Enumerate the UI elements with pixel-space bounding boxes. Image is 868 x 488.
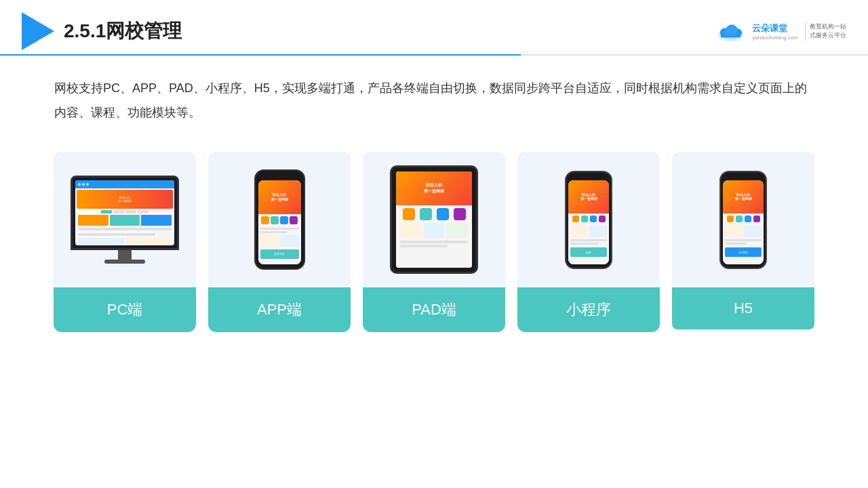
- header-divider: [0, 54, 868, 56]
- cards-container: 职达人的第一堂网课: [0, 125, 868, 332]
- brand-en-text: yunduoketang.com: [752, 35, 798, 41]
- brand-logo: 云朵课堂 yunduoketang.com 教育机构一站 式服务云平台: [714, 20, 846, 43]
- phone-miniprogram-icon: 职达人的第一堂网课: [565, 171, 612, 269]
- svg-point-7: [723, 28, 730, 35]
- card-h5-image: 职达人的第一堂网课: [672, 152, 814, 287]
- card-miniprogram: 职达人的第一堂网课: [517, 152, 660, 332]
- phone-app-icon: 职达人的第一堂网课: [254, 169, 305, 270]
- header-left: 2.5.1网校管理: [22, 12, 182, 50]
- card-pad-label: PAD端: [363, 287, 505, 332]
- pad-icon: 职达人的第一堂网课: [390, 165, 478, 274]
- card-h5-label: H5: [672, 287, 814, 329]
- header: 2.5.1网校管理 云朵课堂 yunduoketang.com 教育机构一站 式…: [0, 0, 868, 50]
- logo-icon: [22, 12, 54, 50]
- pc-monitor-icon: 职达人的第一堂网课: [71, 176, 179, 264]
- card-app: 职达人的第一堂网课: [208, 152, 351, 332]
- phone-h5-icon: 职达人的第一堂网课: [719, 171, 767, 269]
- card-pc: 职达人的第一堂网课: [54, 152, 196, 332]
- card-h5: 职达人的第一堂网课: [672, 152, 814, 332]
- brand-texts: 云朵课堂 yunduoketang.com: [752, 22, 798, 41]
- brand-cn-text: 云朵课堂: [752, 22, 798, 35]
- cloud-icon: [714, 20, 748, 43]
- card-app-image: 职达人的第一堂网课: [208, 152, 351, 287]
- card-pc-image: 职达人的第一堂网课: [54, 152, 196, 287]
- card-app-label: APP端: [208, 287, 351, 332]
- description-text: 网校支持PC、APP、PAD、小程序、H5，实现多端打通，产品各终端自由切换，数…: [0, 50, 868, 125]
- page-title: 2.5.1网校管理: [64, 18, 182, 44]
- card-miniprogram-image: 职达人的第一堂网课: [517, 152, 660, 287]
- brand-slogan: 教育机构一站 式服务云平台: [805, 22, 846, 41]
- card-miniprogram-label: 小程序: [517, 287, 660, 332]
- card-pad-image: 职达人的第一堂网课: [363, 152, 505, 287]
- card-pc-label: PC端: [54, 287, 196, 332]
- card-pad: 职达人的第一堂网课: [363, 152, 505, 332]
